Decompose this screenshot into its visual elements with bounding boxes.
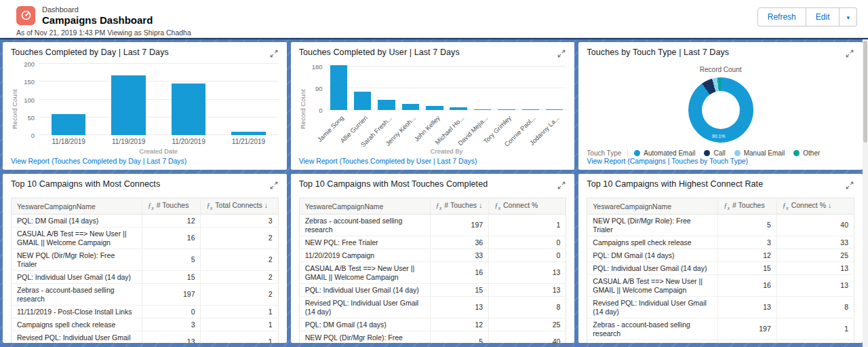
expand-icon[interactable]	[557, 48, 566, 61]
view-report-link[interactable]: View Report (Touches Completed by Day | …	[11, 157, 279, 165]
value-cell: 13	[142, 331, 201, 343]
column-header[interactable]: ƒx# Touches	[718, 198, 777, 215]
legend-item[interactable]: Call	[704, 149, 725, 157]
view-report-link[interactable]: View Report (Touches Completed by User |…	[299, 157, 567, 165]
value-cell: 3	[142, 318, 201, 331]
scrollbar[interactable]	[863, 39, 868, 347]
bar[interactable]	[474, 109, 491, 110]
bar[interactable]	[522, 109, 539, 110]
column-header[interactable]: ƒxTotal Connects ↓	[201, 198, 278, 215]
x-tick-label: 11/20/2019	[159, 135, 218, 145]
edit-button[interactable]: Edit	[806, 7, 840, 26]
bar[interactable]	[354, 92, 371, 110]
bar[interactable]	[172, 84, 205, 135]
value-cell: 16	[718, 275, 777, 297]
column-header[interactable]: ƒxConnect %	[489, 198, 566, 215]
expand-icon[interactable]	[845, 48, 854, 61]
value-cell: 33	[430, 249, 489, 262]
value-cell: 13	[489, 262, 566, 284]
value-cell: 2	[201, 284, 278, 306]
value-cell: 2	[201, 271, 278, 284]
expand-icon[interactable]	[557, 179, 566, 193]
campaign-name-cell: NEW PQL: Free Trialer	[299, 236, 430, 249]
bar-slot	[542, 64, 566, 110]
table-header-row: YeswareCampaignNameƒx# TouchesƒxTotal Co…	[12, 198, 279, 215]
column-header[interactable]: YeswareCampaignName	[12, 198, 142, 215]
formula-icon: ƒx	[148, 202, 154, 209]
bar[interactable]	[330, 65, 347, 110]
column-header[interactable]: ƒx# Touches ↓	[430, 198, 489, 215]
chevron-down-icon: ▾	[846, 14, 850, 21]
panel-title: Top 10 Campaigns with Most Connects	[11, 179, 160, 189]
campaign-name-cell: 11/20/2019 Campaign	[299, 249, 430, 262]
table-row: NEW PQL: Free Trialer360	[299, 236, 566, 249]
legend-item[interactable]: Manual Email	[734, 149, 785, 157]
value-cell: 33	[776, 236, 854, 249]
page-title: Campaigns Dashboard	[42, 14, 153, 26]
value-cell: 0	[489, 249, 566, 262]
value-cell: 25	[489, 318, 566, 331]
campaign-name-cell: CASUAL A/B Test ==> New User || GMAIL ||…	[587, 275, 718, 297]
refresh-button[interactable]: Refresh	[757, 7, 806, 26]
view-report-link[interactable]: View Report (Campaigns | Touches by Touc…	[587, 157, 854, 165]
bar[interactable]	[546, 109, 563, 110]
bar[interactable]	[426, 106, 443, 110]
campaign-name-cell: PQL: DM Gmail (14 days)	[299, 318, 430, 331]
table-row: Campaigns spell check release31	[12, 318, 279, 331]
bar-slot	[399, 64, 422, 110]
value-cell: 15	[718, 262, 777, 275]
value-cell: 2	[201, 227, 278, 249]
campaign-name-cell: PQL: Individual User Gmail (14 day)	[12, 271, 142, 284]
panel-title: Top 10 Campaigns with Highest Connect Ra…	[587, 179, 763, 189]
bar[interactable]	[498, 109, 515, 110]
bar[interactable]	[450, 107, 467, 110]
campaign-name-cell: NEW PQL (Dir/Mgr Role): Free Trialer	[587, 215, 718, 236]
bar-slot	[218, 64, 278, 135]
table-row: 11/20/2019 Campaign330	[299, 249, 566, 262]
x-tick-label: Jodanny La...	[542, 110, 566, 145]
table-row: PQL: DM Gmail (14 days)123	[12, 215, 279, 227]
y-axis-label: Record Count	[11, 64, 18, 155]
chart-legend: Touch Type Automated EmailCallManual Ema…	[587, 149, 854, 157]
value-cell: 5	[142, 249, 201, 271]
legend-item[interactable]: Automated Email	[634, 149, 695, 157]
expand-icon[interactable]	[269, 48, 279, 61]
donut-ring[interactable]: 90.1%	[688, 77, 753, 143]
value-cell: 197	[430, 215, 489, 236]
value-cell: 8	[776, 297, 854, 318]
expand-icon[interactable]	[845, 179, 854, 193]
bar-slot	[447, 64, 471, 110]
bar-slot	[159, 64, 218, 135]
bar-slot	[351, 64, 374, 110]
column-header[interactable]: YeswareCampaignName	[299, 198, 430, 215]
expand-icon[interactable]	[269, 179, 279, 193]
more-actions-button[interactable]: ▾	[840, 7, 857, 26]
table-row: PQL: Individual User Gmail (14 day)152	[12, 271, 279, 284]
panel-title: Touches Completed by User | Last 7 Days	[299, 48, 460, 57]
legend-label: Manual Email	[744, 149, 785, 157]
campaign-name-cell: 11/14/2019 Campaign	[587, 340, 718, 343]
campaign-name-cell: CASUAL A/B Test ==> New User || GMAIL ||…	[12, 227, 142, 249]
bar[interactable]	[402, 104, 419, 110]
bar[interactable]	[231, 132, 265, 135]
table-row: 11/11/2019 - Post-Close Install Links01	[12, 306, 279, 318]
value-cell: 3	[718, 236, 777, 249]
donut-chart: Record Count 90.1%	[587, 61, 854, 147]
column-header[interactable]: ƒxConnect % ↓	[776, 198, 854, 215]
bar[interactable]	[111, 75, 145, 135]
campaign-name-cell: PQL: Individual User Gmail (14 day)	[587, 262, 718, 275]
breadcrumb: Dashboard	[42, 5, 153, 14]
bar[interactable]	[378, 100, 395, 110]
sort-desc-icon: ↓	[477, 201, 482, 209]
column-header[interactable]: ƒx# Touches	[142, 198, 201, 215]
column-header[interactable]: YeswareCampaignName	[587, 198, 718, 215]
value-cell: 3	[201, 215, 278, 227]
legend-item[interactable]: Other	[793, 149, 820, 157]
scrollbar-thumb[interactable]	[863, 41, 867, 143]
value-cell: 197	[142, 284, 201, 306]
bar-slot	[471, 64, 494, 110]
campaigns-table-most-touches: YeswareCampaignNameƒx# Touches ↓ƒxConnec…	[299, 198, 567, 343]
bar[interactable]	[52, 114, 85, 136]
campaign-name-cell: 11/11/2019 - Post-Close Install Links	[12, 306, 142, 318]
campaigns-table-most-connects: YeswareCampaignNameƒx# TouchesƒxTotal Co…	[11, 198, 279, 343]
